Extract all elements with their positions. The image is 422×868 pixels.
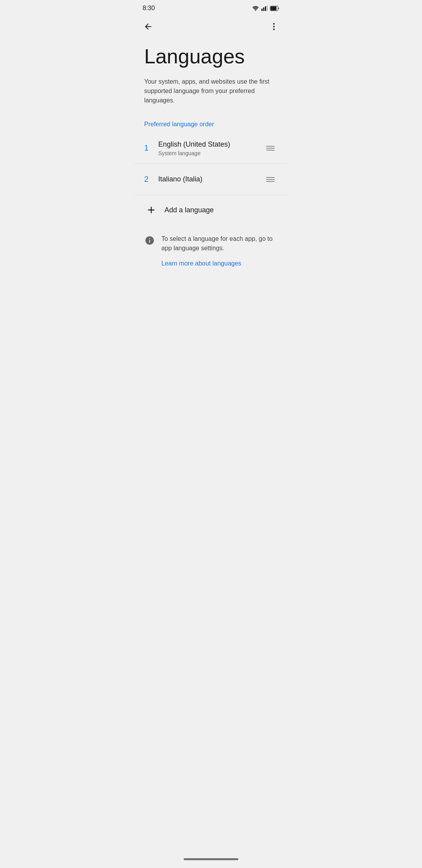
language-info-2: Italiano (Italia) — [158, 168, 263, 190]
drag-handle-2[interactable] — [263, 174, 278, 185]
language-item-1[interactable]: 1 English (United States) System languag… — [135, 133, 287, 164]
svg-rect-4 — [267, 5, 268, 11]
svg-rect-3 — [265, 6, 266, 11]
info-section: To select a language for each app, go to… — [135, 225, 287, 276]
add-language-label: Add a language — [165, 206, 214, 214]
signal-icon — [261, 5, 268, 11]
app-bar — [135, 16, 287, 38]
status-bar: 8:30 — [135, 0, 287, 16]
status-time: 8:30 — [143, 5, 155, 12]
add-language-button[interactable]: Add a language — [135, 195, 287, 225]
language-name-1: English (United States) — [158, 140, 263, 149]
back-button[interactable] — [139, 18, 157, 35]
info-body: To select a language for each app, go to… — [161, 234, 278, 253]
page-description: Your system, apps, and websites use the … — [144, 77, 278, 105]
battery-icon — [270, 6, 279, 11]
add-icon — [144, 203, 158, 217]
info-content: To select a language for each app, go to… — [161, 234, 278, 267]
page-header: Languages Your system, apps, and website… — [135, 38, 287, 111]
language-number-1: 1 — [144, 143, 158, 152]
wifi-icon — [252, 5, 259, 11]
svg-point-0 — [255, 10, 256, 11]
svg-point-8 — [273, 26, 275, 27]
more-options-button[interactable] — [265, 18, 283, 35]
language-item-2[interactable]: 2 Italiano (Italia) — [135, 164, 287, 195]
status-icons — [252, 5, 279, 11]
drag-handle-1[interactable] — [263, 143, 278, 154]
language-info-1: English (United States) System language — [158, 133, 263, 163]
learn-more-link[interactable]: Learn more about languages — [161, 260, 241, 267]
svg-rect-6 — [271, 6, 277, 10]
svg-rect-2 — [263, 7, 265, 11]
info-icon — [144, 235, 155, 246]
language-subtitle-1: System language — [158, 150, 263, 156]
page-title: Languages — [144, 45, 278, 68]
svg-point-9 — [273, 29, 275, 30]
language-name-2: Italiano (Italia) — [158, 174, 263, 184]
language-list: 1 English (United States) System languag… — [135, 133, 287, 195]
svg-rect-1 — [261, 9, 263, 11]
svg-point-7 — [273, 23, 275, 25]
language-number-2: 2 — [144, 175, 158, 184]
preferred-language-order-heading[interactable]: Preferred language order — [135, 111, 287, 133]
